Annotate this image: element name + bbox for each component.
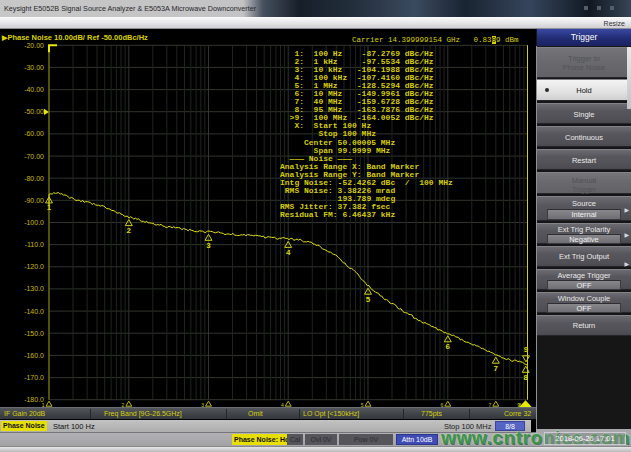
svg-text:4: 4	[286, 248, 291, 257]
svg-text:-170.0: -170.0	[24, 374, 44, 381]
svg-text:-150.0: -150.0	[24, 330, 44, 337]
svg-text:-90.00: -90.00	[24, 197, 44, 204]
svg-text:-130.0: -130.0	[24, 285, 44, 292]
svg-text:-70.00: -70.00	[24, 153, 44, 160]
svg-text:8: 8	[523, 373, 528, 382]
svg-text:7: 7	[494, 364, 499, 373]
svg-text:-100.0: -100.0	[24, 219, 44, 226]
svg-text:-110.0: -110.0	[25, 241, 44, 248]
svg-text:-20.00: -20.00	[24, 42, 44, 49]
svg-text:3: 3	[206, 241, 211, 250]
svg-text:5: 5	[366, 295, 371, 304]
svg-text:-30.00: -30.00	[24, 64, 44, 71]
svg-text:-50.00: -50.00	[24, 108, 44, 115]
svg-text:1: 1	[47, 203, 52, 212]
svg-text:2: 2	[127, 226, 132, 235]
svg-text:-80.00: -80.00	[24, 175, 44, 182]
svg-text:-160.0: -160.0	[24, 352, 44, 359]
svg-text:-40.00: -40.00	[24, 86, 44, 93]
svg-text:6: 6	[446, 342, 451, 351]
svg-text:-60.00: -60.00	[24, 130, 44, 137]
svg-text:-140.0: -140.0	[24, 308, 44, 315]
svg-text:9: 9	[524, 345, 529, 354]
svg-text:-120.0: -120.0	[24, 263, 44, 270]
